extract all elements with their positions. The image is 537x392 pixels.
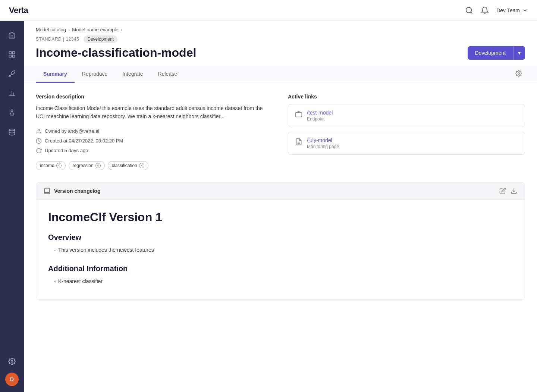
changelog-body: IncomeClf Version 1 Overview This versio… — [36, 200, 525, 299]
sidebar-item-analytics[interactable] — [4, 85, 20, 101]
sidebar-item-data[interactable] — [4, 124, 20, 140]
breadcrumb-model-catalog[interactable]: Model catalog — [36, 27, 66, 32]
tabs-left: Summary Reproduce Integrate Release — [36, 66, 185, 83]
environment-badge: Development — [84, 35, 117, 43]
svg-point-12 — [518, 73, 520, 75]
avatar[interactable]: D — [5, 373, 19, 386]
changelog-header: Version changelog — [36, 182, 525, 200]
logo: Verta — [9, 6, 28, 15]
two-col-layout: Version description Income Classificatio… — [36, 94, 525, 170]
tab-release[interactable]: Release — [151, 66, 185, 83]
sidebar-item-dashboard[interactable] — [4, 46, 20, 63]
breadcrumb-model-name[interactable]: Model name example — [72, 27, 118, 32]
breadcrumb-sep-2: › — [121, 27, 122, 32]
rocket-icon — [8, 70, 16, 78]
tab-summary[interactable]: Summary — [36, 66, 75, 83]
dev-button-group: Development ▾ — [468, 46, 525, 60]
settings-icon — [8, 358, 16, 365]
changelog-section-overview: Overview This version includes the newes… — [48, 233, 513, 254]
main-layout: D Model catalog › Model name example › S… — [0, 21, 537, 392]
topnav-right: Dev Team — [465, 6, 528, 15]
team-selector[interactable]: Dev Team — [496, 7, 528, 13]
tabs-bar: Summary Reproduce Integrate Release — [24, 66, 537, 83]
search-icon[interactable] — [465, 6, 473, 15]
meta-updated-text: Updated 5 days ago — [45, 148, 88, 153]
svg-point-10 — [9, 129, 15, 131]
page-content: Version description Income Classificatio… — [24, 83, 537, 310]
dev-button-main[interactable]: Development — [468, 46, 514, 60]
link-card-july-model-type: Monitoring page — [307, 144, 339, 149]
owner-icon — [36, 128, 42, 134]
sidebar-item-deploy[interactable] — [4, 66, 20, 82]
tag-classification-remove[interactable]: ✕ — [139, 163, 144, 168]
home-icon — [8, 31, 16, 39]
right-col: Active links /test-model Endpoint — [288, 94, 525, 170]
sidebar-item-home[interactable] — [4, 27, 20, 43]
model-title: Income-classification-model — [36, 46, 196, 60]
grid-icon — [8, 51, 16, 58]
link-card-july-model-info: /july-model Monitoring page — [307, 137, 339, 149]
meta-created-text: Created at 04/27/2022, 08:02:20 PM — [45, 138, 123, 144]
changelog-header-left: Version changelog — [44, 188, 100, 194]
link-card-test-model-info: /test-model Endpoint — [307, 110, 333, 122]
tab-integrate[interactable]: Integrate — [115, 66, 150, 83]
tab-reproduce[interactable]: Reproduce — [75, 66, 115, 83]
tag-income-remove[interactable]: ✕ — [56, 163, 62, 168]
model-meta: STANDARD | 12345 Development — [36, 35, 525, 43]
refresh-icon — [36, 148, 42, 154]
svg-point-11 — [11, 361, 13, 363]
link-card-test-model-type: Endpoint — [307, 116, 333, 122]
bell-icon[interactable] — [481, 6, 489, 15]
sidebar: D — [0, 21, 24, 392]
version-desc-label: Version description — [36, 94, 273, 100]
book-icon — [44, 188, 50, 194]
link-card-test-model[interactable]: /test-model Endpoint — [288, 104, 525, 127]
bar-chart-icon — [8, 90, 16, 97]
chevron-down-icon — [522, 7, 528, 13]
svg-rect-15 — [296, 113, 302, 117]
tag-classification[interactable]: classification ✕ — [108, 161, 148, 170]
link-card-july-model-url: /july-model — [307, 137, 339, 143]
svg-point-0 — [466, 7, 472, 13]
changelog-overview-heading: Overview — [48, 233, 513, 242]
topnav: Verta Dev Team — [0, 0, 537, 21]
link-card-test-model-url: /test-model — [307, 110, 333, 116]
tab-settings-icon[interactable] — [512, 67, 525, 81]
svg-rect-4 — [13, 55, 15, 57]
active-links-label: Active links — [288, 94, 525, 100]
model-meta-text: STANDARD | 12345 — [36, 37, 79, 42]
monitoring-icon — [295, 138, 302, 145]
tag-income[interactable]: income ✕ — [36, 161, 66, 170]
dev-button-dropdown[interactable]: ▾ — [513, 46, 525, 60]
tag-regression-remove[interactable]: ✕ — [95, 163, 101, 168]
tag-regression[interactable]: regression ✕ — [69, 161, 105, 170]
meta-created-row: Created at 04/27/2022, 08:02:20 PM — [36, 138, 273, 144]
changelog-header-right — [499, 188, 517, 194]
clock-icon — [36, 138, 42, 144]
changelog-overview-bullet-0: This version includes the newest feature… — [48, 246, 513, 254]
changelog-title: Version changelog — [54, 188, 100, 194]
svg-rect-3 — [9, 55, 12, 57]
breadcrumb-sep-1: › — [68, 27, 70, 32]
breadcrumb: Model catalog › Model name example › — [24, 21, 537, 32]
changelog-section-additional: Additional Information K-nearest classif… — [48, 264, 513, 286]
sidebar-item-settings[interactable] — [4, 353, 20, 370]
edit-icon[interactable] — [499, 188, 506, 194]
meta-owner-text: Owned by andy@verta.ai — [45, 128, 99, 134]
changelog-additional-bullet-0: K-nearest classifier — [48, 277, 513, 286]
version-desc-text: Income Classification Model this example… — [36, 104, 273, 121]
database-icon — [8, 128, 16, 136]
svg-point-13 — [38, 129, 40, 131]
content-area: Model catalog › Model name example › STA… — [24, 21, 537, 392]
svg-rect-1 — [9, 52, 12, 54]
link-card-july-model[interactable]: /july-model Monitoring page — [288, 132, 525, 155]
meta-updated-row: Updated 5 days ago — [36, 148, 273, 154]
model-header: STANDARD | 12345 Development Income-clas… — [24, 32, 537, 60]
flask-icon — [8, 109, 16, 116]
download-icon[interactable] — [511, 188, 517, 194]
sidebar-item-experiments[interactable] — [4, 104, 20, 121]
changelog-section: Version changelog IncomeClf Version 1 — [36, 182, 525, 300]
endpoint-icon — [295, 110, 302, 118]
changelog-additional-heading: Additional Information — [48, 264, 513, 273]
meta-owner-row: Owned by andy@verta.ai — [36, 128, 273, 134]
